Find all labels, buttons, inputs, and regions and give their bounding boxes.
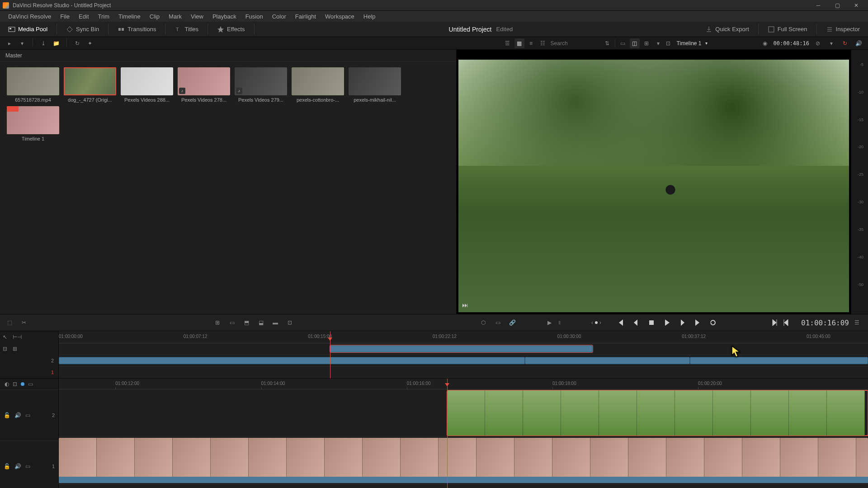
sort-icon[interactable]: ⇅ bbox=[602, 38, 612, 48]
position-icon[interactable]: ▭ bbox=[28, 381, 33, 387]
bypass-icon[interactable]: ⊘ bbox=[813, 38, 823, 48]
media-thumb[interactable]: pexels-cottonbro-... bbox=[290, 66, 345, 103]
chevron-down-icon[interactable]: ▾ bbox=[17, 38, 27, 48]
mini-track-1-header[interactable]: 1 bbox=[0, 366, 58, 378]
append-icon[interactable]: ⊡ bbox=[285, 318, 295, 328]
inspector-button[interactable]: Inspector bbox=[822, 24, 863, 35]
timeline-playhead[interactable] bbox=[447, 379, 448, 488]
blade-tool-icon[interactable]: ✂ bbox=[19, 318, 29, 328]
menu-help[interactable]: Help bbox=[359, 12, 380, 21]
transport-timecode[interactable]: 01:00:16:09 bbox=[801, 319, 849, 327]
maximize-button[interactable]: ▢ bbox=[828, 1, 846, 10]
video-enable-icon[interactable]: ▭ bbox=[25, 412, 33, 418]
menu-workspace[interactable]: Workspace bbox=[321, 12, 359, 21]
sync-bin-button[interactable]: Sync Bin bbox=[62, 24, 103, 35]
wand-icon[interactable]: ✦ bbox=[85, 38, 95, 48]
marker-mode-icon[interactable]: ⊡ bbox=[13, 381, 17, 387]
options-icon[interactable]: ☰ bbox=[854, 319, 863, 326]
menu-timeline[interactable]: Timeline bbox=[114, 12, 145, 21]
go-to-out-button[interactable] bbox=[780, 317, 792, 328]
menu-playback[interactable]: Playback bbox=[208, 12, 241, 21]
source-mode-icon[interactable]: ▶ bbox=[544, 318, 554, 328]
arrow-tool-icon[interactable]: ↖ bbox=[3, 334, 7, 340]
refresh-icon[interactable]: ↻ bbox=[72, 38, 82, 48]
close-button[interactable]: ✕ bbox=[847, 1, 865, 10]
next-frame-button[interactable] bbox=[676, 317, 688, 328]
viewer-grid-icon[interactable]: ⊞ bbox=[642, 38, 651, 48]
prev-frame-button[interactable] bbox=[630, 317, 642, 328]
minimize-button[interactable]: ─ bbox=[809, 1, 827, 10]
loop-icon[interactable]: ↻ bbox=[840, 38, 850, 48]
chevron-down-icon[interactable]: ▾ bbox=[705, 41, 708, 46]
effects-button[interactable]: Effects bbox=[213, 24, 249, 35]
track-header-v2[interactable]: 🔓 🔊 ▭ 2 bbox=[0, 389, 58, 441]
timeline-clip-park[interactable] bbox=[447, 390, 868, 436]
marker-icon[interactable]: ⬡ bbox=[478, 318, 488, 328]
media-thumb[interactable]: pexels-mikhail-nil... bbox=[347, 66, 402, 103]
track-header-v1[interactable]: 🔓 🔊 ▭ 1 bbox=[0, 441, 58, 488]
dual-viewer-icon[interactable]: ◫ bbox=[630, 38, 640, 48]
jog-control[interactable]: ‹› bbox=[591, 319, 601, 326]
stop-button[interactable] bbox=[646, 317, 657, 328]
folder-icon[interactable]: 📁 bbox=[51, 38, 61, 48]
step-forward-icon[interactable]: ⏭ bbox=[462, 301, 468, 309]
mini-playhead[interactable] bbox=[330, 331, 330, 378]
menu-view[interactable]: View bbox=[186, 12, 208, 21]
transitions-button[interactable]: Transitions bbox=[114, 24, 160, 35]
metadata-view-icon[interactable]: ☰ bbox=[503, 38, 513, 48]
loop-button[interactable] bbox=[707, 317, 719, 328]
media-thumb[interactable]: ♪Pexels Videos 278... bbox=[176, 66, 231, 103]
grid-view-icon[interactable]: ▦ bbox=[514, 38, 524, 48]
selection-tool-icon[interactable]: ⬚ bbox=[5, 318, 14, 328]
single-viewer-icon[interactable]: ▭ bbox=[618, 38, 628, 48]
video-track-2[interactable] bbox=[59, 389, 868, 437]
bin-view-icon[interactable]: ▸ bbox=[5, 38, 14, 48]
overwrite-icon[interactable]: ▭ bbox=[227, 318, 237, 328]
mini-ruler[interactable]: 01:00:00:0001:00:07:1201:00:15:0001:00:2… bbox=[59, 331, 868, 343]
viewer-dropdown-icon[interactable]: ▾ bbox=[653, 38, 663, 48]
media-thumb[interactable]: 657518728.mp4 bbox=[5, 66, 61, 103]
viewer-image[interactable]: ⏭ bbox=[458, 60, 849, 312]
lock-icon[interactable]: 🔓 bbox=[4, 463, 11, 469]
media-thumb[interactable]: Pexels Videos 288... bbox=[119, 66, 175, 103]
snap-icon[interactable]: ◐ bbox=[5, 381, 9, 387]
mini-clip-v1-b[interactable] bbox=[525, 357, 690, 364]
timeline-clip-woman[interactable] bbox=[59, 438, 868, 483]
menu-edit[interactable]: Edit bbox=[74, 12, 93, 21]
slip-tool-icon[interactable]: ⊞ bbox=[13, 346, 17, 352]
flag-icon[interactable]: ▭ bbox=[493, 318, 503, 328]
auto-track-selector-icon[interactable] bbox=[21, 382, 24, 386]
video-track-1[interactable] bbox=[59, 437, 868, 484]
full-screen-button[interactable]: Full Screen bbox=[764, 24, 811, 35]
lock-icon[interactable]: 🔓 bbox=[4, 412, 11, 418]
menu-fusion[interactable]: Fusion bbox=[241, 12, 268, 21]
replace-icon[interactable]: ⬒ bbox=[241, 318, 251, 328]
record-icon[interactable]: ◉ bbox=[760, 38, 770, 48]
jump-start-button[interactable] bbox=[615, 317, 627, 328]
settings-dropdown-icon[interactable]: ▾ bbox=[826, 38, 836, 48]
mini-timeline-tracks[interactable]: 01:00:00:0001:00:07:1201:00:15:0001:00:2… bbox=[59, 331, 868, 378]
strip-view-icon[interactable]: ☷ bbox=[538, 38, 548, 48]
menu-fairlight[interactable]: Fairlight bbox=[291, 12, 321, 21]
mini-clip-v2[interactable] bbox=[330, 345, 593, 352]
audio-icon[interactable]: 🔊 bbox=[14, 463, 22, 469]
fit-to-fill-icon[interactable]: ⬓ bbox=[256, 318, 266, 328]
timeline-ruler[interactable]: 01:00:12:0001:00:14:0001:00:16:0001:00:1… bbox=[59, 379, 868, 389]
trim-tool-icon[interactable]: ⊢⊣ bbox=[13, 334, 22, 340]
place-on-top-icon[interactable]: ▬ bbox=[270, 318, 280, 328]
insert-icon[interactable]: ⊞ bbox=[212, 318, 222, 328]
mini-track-2-header[interactable]: 2 bbox=[0, 355, 58, 366]
ripple-tool-icon[interactable]: ⊟ bbox=[3, 346, 7, 352]
video-enable-icon[interactable]: ▭ bbox=[25, 463, 33, 469]
go-to-in-button[interactable] bbox=[769, 317, 780, 328]
menu-file[interactable]: File bbox=[56, 12, 74, 21]
menu-trim[interactable]: Trim bbox=[94, 12, 114, 21]
media-pool-button[interactable]: Media Pool bbox=[5, 24, 51, 35]
fit-icon[interactable]: ⊡ bbox=[663, 38, 673, 48]
link-icon[interactable]: 🔗 bbox=[507, 318, 517, 328]
mini-clip-v1-a[interactable] bbox=[59, 357, 525, 364]
media-thumb[interactable]: Timeline 1 bbox=[5, 105, 61, 142]
mini-clip-v1-c[interactable] bbox=[690, 357, 868, 364]
dual-mode-icon[interactable]: ⫴ bbox=[554, 318, 564, 328]
titles-button[interactable]: T Titles bbox=[171, 24, 202, 35]
